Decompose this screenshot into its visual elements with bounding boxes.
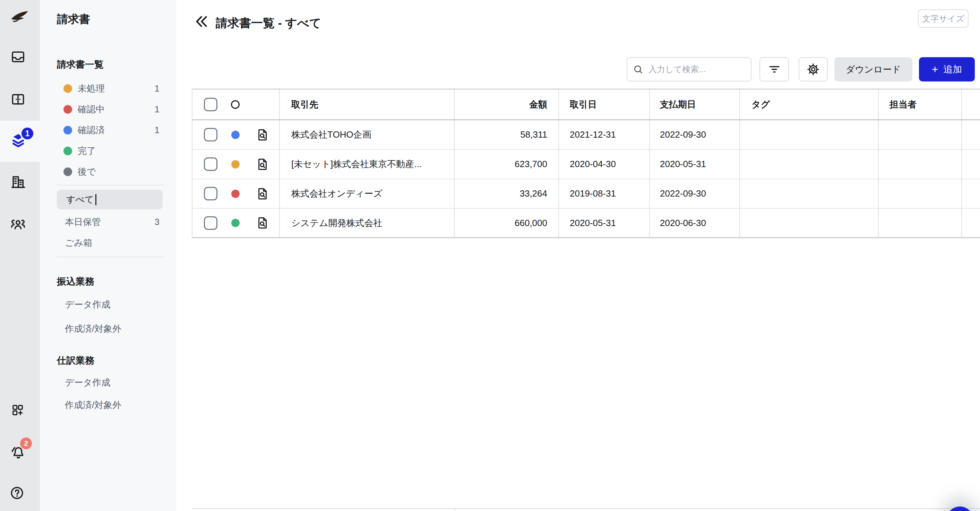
sidebar-item-label: 確認中 [78,103,105,116]
table-row[interactable]: システム開発株式会社 660,000 2020-05-31 2020-06-30 [192,209,980,238]
search-box [627,57,751,81]
cards-cabinet-icon[interactable] [10,92,25,107]
assignee [879,150,962,179]
row-select-cell [192,209,280,237]
trade-date: 2020-04-30 [559,150,650,179]
add-button[interactable]: + 追加 [919,57,975,81]
row-checkbox[interactable] [204,216,218,230]
table-row[interactable]: [未セット]株式会社東京不動産... 623,700 2020-04-30 20… [192,150,980,179]
column-header-tag[interactable]: タグ [740,89,879,119]
sidebar-item-trash[interactable]: ごみ箱 [57,233,159,252]
app-logo-icon[interactable] [9,10,30,24]
row-checkbox[interactable] [204,128,218,141]
sidebar-item-later[interactable]: 後で [57,161,159,182]
header-select-cell [192,89,280,119]
sidebar-item-count: 1 [155,125,159,136]
collapse-sidebar-icon[interactable] [194,13,210,30]
column-header-amount[interactable]: 金額 [455,89,559,119]
select-all-checkbox[interactable] [204,98,218,111]
status-circle-icon[interactable] [231,100,240,109]
vendor-name: 株式会社TOHO企画 [291,129,371,141]
sidebar: 請求書 請求書一覧 未処理 1 確認中 1 確認済 1 完了 後で [40,0,176,511]
status-dot-orange [64,84,72,93]
plus-icon: + [932,64,939,75]
tag [740,179,879,208]
tag [740,120,879,149]
gear-icon [806,62,820,76]
pinned-bottom-row-edge [192,508,980,511]
assignee [879,209,962,237]
font-size-button[interactable]: 文字サイズ [918,10,969,28]
filter-lines-icon [767,62,781,76]
sidebar-divider [57,257,164,257]
sidebar-item-done[interactable]: 完了 [57,140,159,161]
section-invoice-list: 請求書一覧 [57,58,104,71]
row-checkbox[interactable] [204,187,218,200]
pinned-row-column-divider [455,509,455,511]
company-icon[interactable] [10,174,26,190]
sidebar-item-label: 本日保管 [65,216,101,228]
row-status-dot [231,160,240,168]
assignee [879,179,962,208]
add-button-label: 追加 [943,63,962,76]
sidebar-item-all-editing[interactable]: すべて [57,190,163,209]
filter-button[interactable] [759,57,789,81]
row-select-cell [192,150,280,179]
status-dot-red [64,105,72,114]
trade-date: 2019-08-31 [559,179,650,208]
file-search-icon[interactable] [256,128,269,142]
status-dot-blue [64,126,72,135]
sidebar-item-label: 後で [78,166,96,178]
column-header-due-date[interactable]: 支払期日 [650,89,740,119]
column-header-vendor[interactable]: 取引先 [280,89,455,119]
due-date: 2022-09-30 [650,179,740,208]
settings-button[interactable] [799,57,828,81]
sidebar-item-label: 作成済/対象外 [65,399,121,411]
icon-rail: 1 [0,0,40,511]
column-header-extra [962,89,980,119]
amount: 660,000 [455,209,559,237]
search-input[interactable] [648,64,745,75]
amount: 58,311 [455,120,559,149]
table-row[interactable]: 株式会社TOHO企画 58,311 2021-12-31 2022-09-30 [192,120,980,150]
download-button[interactable]: ダウンロード [834,57,912,81]
status-dot-green [64,147,72,155]
sidebar-item-label: 完了 [78,145,96,157]
sidebar-item-journal-data-create[interactable]: データ作成 [57,373,159,391]
amount: 623,700 [455,150,559,179]
invoice-table: 取引先 金額 取引日 支払期日 タグ 担当者 [192,89,980,238]
table-row[interactable]: 株式会社オンディーズ 33,264 2019-08-31 2022-09-30 [192,179,980,209]
due-date: 2020-05-31 [650,150,740,179]
file-search-icon[interactable] [256,216,269,230]
help-icon[interactable] [10,486,25,501]
extra-cell [962,150,980,179]
sidebar-item-confirmed[interactable]: 確認済 1 [57,120,159,140]
sidebar-item-count: 1 [155,104,159,115]
sidebar-item-transfer-data-create[interactable]: データ作成 [57,295,159,313]
due-date: 2022-09-30 [650,120,740,149]
file-search-icon[interactable] [256,187,269,201]
sidebar-item-unprocessed[interactable]: 未処理 1 [57,78,159,99]
column-header-trade-date[interactable]: 取引日 [559,89,650,119]
sidebar-divider [57,185,164,186]
sidebar-item-stored-today[interactable]: 本日保管 3 [57,212,159,232]
sidebar-item-journal-created[interactable]: 作成済/対象外 [57,396,159,414]
status-dot-gray [64,167,72,176]
row-checkbox[interactable] [204,157,218,171]
row-status-dot [231,190,240,198]
rail-item-invoices-active[interactable]: 1 [0,121,40,162]
inbox-icon[interactable] [10,49,25,65]
search-icon [633,64,643,75]
text-cursor [95,194,96,205]
apps-add-icon[interactable] [11,403,25,417]
sidebar-item-label: 確認済 [78,124,105,136]
notifications-badge: 2 [20,438,32,449]
file-search-icon[interactable] [256,157,269,171]
sidebar-item-label: データ作成 [65,298,110,311]
sidebar-item-label: データ作成 [65,376,110,389]
column-header-assignee[interactable]: 担当者 [879,89,962,119]
sidebar-item-transfer-created[interactable]: 作成済/対象外 [57,320,159,338]
sidebar-item-in-review[interactable]: 確認中 1 [57,99,159,120]
sidebar-item-label: 作成済/対象外 [65,323,121,335]
members-icon[interactable] [10,216,26,232]
